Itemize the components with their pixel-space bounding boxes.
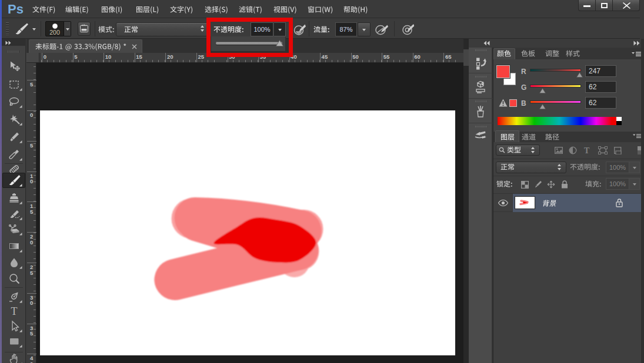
svg-text:T: T [584, 146, 590, 154]
svg-text:T: T [11, 305, 18, 317]
